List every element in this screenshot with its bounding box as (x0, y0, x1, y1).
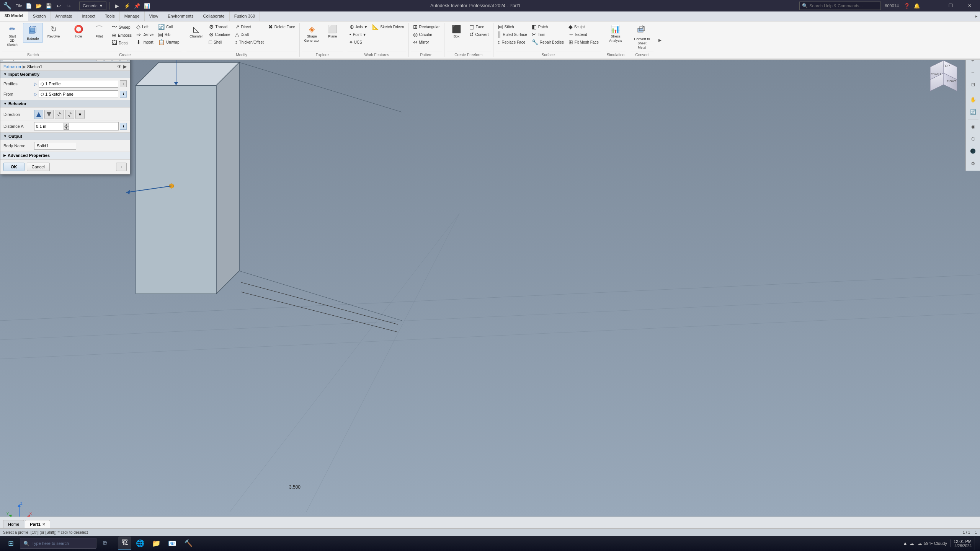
from-help-btn[interactable]: ℹ (120, 91, 127, 98)
circular-pattern-btn[interactable]: ◎Circular (411, 31, 442, 38)
taskbar-edge[interactable]: 🌐 (133, 536, 147, 550)
show-desktop-btn[interactable] (975, 536, 977, 550)
extend-btn[interactable]: ↔Extend (567, 31, 601, 38)
start-2d-sketch-btn[interactable]: ✏ Start2D Sketch (2, 23, 22, 48)
tab-3dmodel[interactable]: 3D Model (0, 11, 28, 21)
minimize-btn[interactable]: — (923, 0, 940, 11)
taskbar-explorer[interactable]: 📁 (149, 536, 163, 550)
cancel-button[interactable]: Cancel (27, 163, 50, 171)
rt-perspective[interactable]: ⬡ (967, 133, 979, 145)
shell-btn[interactable]: □Shell (207, 38, 232, 46)
tab-fusion360[interactable]: Fusion 360 (230, 11, 260, 21)
stitch-btn[interactable]: ⋈Stitch (496, 23, 529, 31)
distance-a-input[interactable] (36, 124, 63, 129)
ribbon-more-btn[interactable]: ▸ (973, 11, 980, 21)
ruled-surface-btn[interactable]: ║Ruled Surface (496, 31, 529, 38)
body-name-input[interactable] (34, 142, 76, 150)
axis-btn[interactable]: ⊕Axis ▼ (348, 23, 370, 31)
new-btn[interactable]: 📄 (24, 2, 33, 10)
unwrap-btn[interactable]: 📋Unwrap (156, 38, 181, 46)
rib-btn[interactable]: ▤Rib (156, 31, 181, 38)
replace-face-btn[interactable]: ↕Replace Face (496, 38, 529, 46)
breadcrumb-link-extrusion[interactable]: Extrusion (3, 64, 21, 69)
shape-generator-btn[interactable]: ◈ ShapeGenerator (302, 23, 322, 44)
tab-part1-close[interactable]: ✕ (42, 522, 45, 527)
ribbon-more[interactable]: ▸ (656, 23, 664, 57)
derive-btn[interactable]: ⇒Derive (134, 31, 155, 38)
breadcrumb-view-btn[interactable]: 👁 (117, 64, 122, 69)
tab-home[interactable]: Home (3, 520, 24, 528)
sketch-driven-btn[interactable]: 📐Sketch Driven (370, 23, 406, 31)
close-btn[interactable]: ✕ (961, 0, 978, 11)
section-output-header[interactable]: ▼ Output (0, 132, 130, 140)
point-btn[interactable]: •Point ▼ (348, 31, 370, 38)
clock-area[interactable]: 12:01 PM 4/26/2024 (954, 539, 972, 548)
notification-btn[interactable]: 🔔 (913, 2, 921, 10)
extrude-btn[interactable]: Extrude (23, 23, 43, 43)
rt-display[interactable]: ◉ (967, 121, 979, 132)
distance-a-field[interactable]: ▲ ▼ (34, 122, 119, 130)
tray-icon-1[interactable]: ▲ (902, 540, 908, 546)
rt-fit-all[interactable]: ⊡ (967, 79, 979, 90)
start-btn[interactable]: ⊞ (3, 536, 18, 551)
hole-btn[interactable]: ⭕ Hole (69, 23, 88, 40)
help-btn[interactable]: ❓ (903, 2, 911, 10)
qat-icon-5[interactable]: ▶ (113, 2, 121, 10)
tab-sketch[interactable]: Sketch (28, 11, 51, 21)
rt-rotate[interactable]: 🔄 (967, 106, 979, 117)
open-btn[interactable]: 📂 (34, 2, 43, 10)
tab-tools[interactable]: Tools (100, 11, 120, 21)
draft-btn[interactable]: △Draft (233, 31, 266, 38)
ucs-btn[interactable]: ⌖UCS (348, 38, 370, 46)
repair-bodies-btn[interactable]: 🔧Repair Bodies (530, 38, 566, 46)
trim-btn[interactable]: ✂Trim (530, 31, 566, 38)
sweep-btn[interactable]: 〜Sweep (110, 23, 134, 31)
weather-icon[interactable]: ☁ (909, 541, 914, 546)
stress-analysis-btn[interactable]: 📊 StressAnalysis (606, 23, 626, 44)
section-advanced-header[interactable]: ▶ Advanced Properties (0, 152, 130, 159)
redo-btn[interactable]: ↪ (64, 2, 73, 10)
decal-btn[interactable]: 🖼Decal (110, 39, 134, 47)
convert-freeform-btn[interactable]: ↺Convert (467, 31, 491, 38)
direction-more-btn[interactable]: ▼ (75, 110, 85, 119)
distance-spin-down[interactable]: ▼ (64, 126, 69, 130)
direct-btn[interactable]: ↗Direct (233, 23, 266, 31)
direction-btn-negative[interactable] (44, 110, 54, 119)
taskbar-other1[interactable]: 📧 (165, 536, 180, 550)
coil-btn[interactable]: 🔄Coil (156, 23, 181, 31)
revolve-btn[interactable]: ↻ Revolve (44, 23, 64, 40)
section-input-header[interactable]: ▼ Input Geometry (0, 71, 130, 78)
plane-btn[interactable]: ⬜ Plane (323, 23, 343, 40)
save-btn[interactable]: 💾 (44, 2, 53, 10)
tab-part1[interactable]: Part1 ✕ (25, 520, 50, 528)
thicken-offset-btn[interactable]: ↕Thicken/Offset (233, 38, 266, 46)
convert-sheet-metal-btn[interactable]: Convert toSheet Metal (630, 23, 653, 51)
chamfer-btn[interactable]: ◺ Chamfer (186, 23, 206, 40)
add-button[interactable]: + (116, 163, 127, 171)
combine-btn[interactable]: ⊗Combine (207, 31, 232, 38)
qat-icon-6[interactable]: ⚡ (123, 2, 131, 10)
thread-btn[interactable]: ⚙Thread (207, 23, 232, 31)
search-input[interactable] (809, 3, 878, 8)
box-btn[interactable]: ⬛ Box (447, 23, 467, 40)
ok-button[interactable]: OK (3, 163, 24, 171)
import-btn[interactable]: ⬇Import (134, 38, 155, 46)
delete-face-btn[interactable]: ✖Delete Face (266, 23, 297, 31)
loft-btn[interactable]: ◇Loft (134, 23, 155, 31)
rt-shadows[interactable]: 🌑 (967, 145, 979, 157)
from-field[interactable]: ⬡ 1 Sketch Plane (39, 90, 118, 98)
tab-annotate[interactable]: Annotate (51, 11, 77, 21)
app-logo[interactable]: 🔧 (2, 0, 13, 11)
undo-btn[interactable]: ↩ (54, 2, 63, 10)
rt-pan[interactable]: ✋ (967, 94, 979, 105)
qat-icon-8[interactable]: 📊 (143, 2, 151, 10)
distance-spin-up[interactable]: ▲ (64, 123, 69, 126)
rt-settings[interactable]: ⚙ (967, 158, 979, 169)
task-view-btn[interactable]: ⧉ (98, 536, 112, 550)
restore-btn[interactable]: ❐ (942, 0, 959, 11)
section-behavior-header[interactable]: ▼ Behavior (0, 100, 130, 108)
distance-help-btn[interactable]: ℹ (120, 123, 127, 130)
style-dropdown[interactable]: Generic ▼ (79, 2, 106, 10)
taskbar-other2[interactable]: 🔨 (181, 536, 196, 550)
tab-view[interactable]: View (145, 11, 163, 21)
